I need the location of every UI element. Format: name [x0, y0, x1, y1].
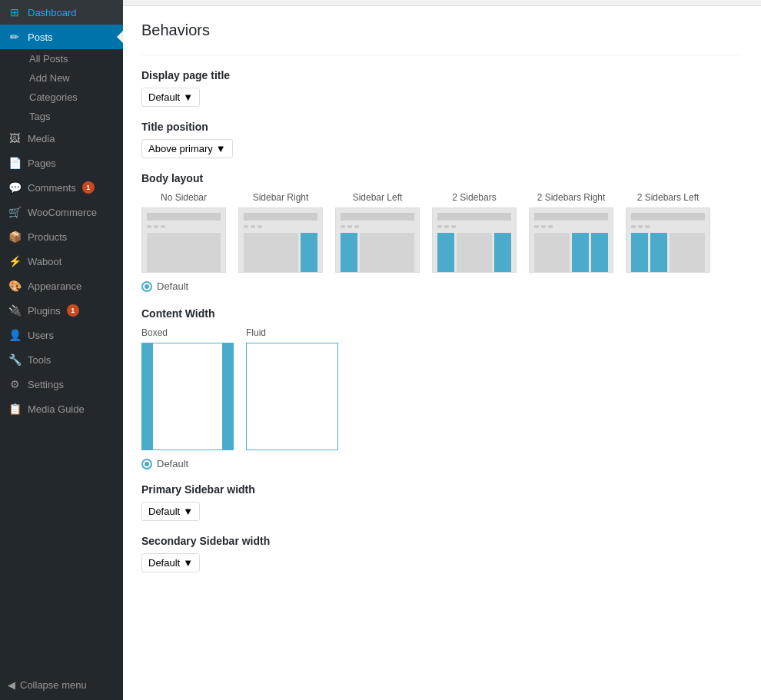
layout-option-2-sidebars[interactable]: 2 Sidebars	[432, 192, 517, 273]
layout-label-sidebar-left: Sidebar Left	[353, 192, 403, 203]
sub-item-add-new[interactable]: Add New	[8, 68, 123, 88]
body-layout-default-radio[interactable]: Default	[141, 280, 743, 292]
main-content: Behaviors Display page title Default ▼ T…	[123, 0, 761, 700]
content-block	[534, 233, 570, 273]
sidebar-item-media[interactable]: 🖼 Media	[0, 126, 123, 151]
sidebar-item-label: Posts	[28, 32, 53, 43]
thumb-dots	[626, 224, 709, 230]
sidebar-item-label: Products	[28, 231, 67, 243]
collapse-menu-button[interactable]: ◀ Collapse menu	[0, 670, 123, 700]
secondary-sidebar-width-arrow: ▼	[183, 557, 193, 569]
content-width-default-label: Default	[157, 458, 188, 469]
sidebar-item-settings[interactable]: ⚙ Settings	[0, 372, 123, 396]
sidebar-item-dashboard[interactable]: ⊞ Dashboard	[0, 0, 123, 25]
pages-icon: 📄	[8, 157, 22, 169]
sidebar-block-left	[437, 233, 454, 273]
sidebar-item-woocommerce[interactable]: 🛒 WooCommerce	[0, 200, 123, 224]
dot	[161, 225, 165, 228]
dot	[258, 225, 262, 228]
title-position-label: Title position	[141, 121, 743, 133]
content-block	[670, 233, 705, 273]
sidebar-block-right	[301, 233, 317, 273]
sidebar-block-1	[631, 233, 648, 273]
sidebar-item-label: Settings	[28, 379, 64, 390]
dashboard-icon: ⊞	[8, 6, 22, 18]
plugins-badge: 1	[67, 304, 79, 317]
comments-badge: 1	[82, 181, 95, 194]
sidebar-item-pages[interactable]: 📄 Pages	[0, 151, 123, 175]
sidebar-item-comments[interactable]: 💬 Comments 1	[0, 175, 123, 200]
users-icon: 👤	[8, 329, 22, 341]
dot	[645, 225, 650, 228]
title-position-select[interactable]: Above primary ▼	[141, 139, 233, 158]
thumb-header	[147, 213, 221, 221]
sidebar-block-right	[494, 233, 511, 273]
sub-item-all-posts[interactable]: All Posts	[8, 49, 123, 68]
content-width-label: Content Width	[141, 307, 743, 320]
sidebar-item-posts[interactable]: ✏ Posts	[0, 25, 123, 49]
content-width-options: Boxed Fluid	[141, 327, 743, 450]
sidebar-item-tools[interactable]: 🔧 Tools	[0, 347, 123, 372]
sidebar-item-appearance[interactable]: 🎨 Appearance	[0, 274, 123, 298]
sub-item-tags[interactable]: Tags	[8, 107, 123, 126]
sidebar-item-label: Pages	[28, 158, 56, 169]
comments-icon: 💬	[8, 181, 22, 194]
collapse-label: Collapse menu	[20, 679, 87, 691]
dot	[147, 225, 151, 228]
radio-button[interactable]	[141, 281, 152, 292]
layout-option-no-sidebar[interactable]: No Sidebar	[141, 192, 226, 273]
primary-sidebar-width-arrow: ▼	[183, 506, 193, 517]
layout-option-2-sidebars-left[interactable]: 2 Sidebars Left	[626, 192, 710, 273]
divider-1	[141, 55, 743, 55]
layout-thumb-sidebar-left[interactable]	[335, 207, 420, 273]
thumb-dots	[239, 224, 322, 230]
layout-thumb-sidebar-right[interactable]	[238, 207, 323, 273]
content-block	[147, 233, 221, 273]
width-thumb-boxed[interactable]	[141, 343, 234, 450]
layout-option-sidebar-right[interactable]: Sidebar Right	[238, 192, 323, 273]
width-thumb-fluid[interactable]	[246, 343, 338, 450]
thumb-body	[244, 233, 317, 273]
sidebar-block-2	[650, 233, 667, 273]
primary-sidebar-width-select[interactable]: Default ▼	[141, 502, 200, 521]
appearance-icon: 🎨	[8, 280, 22, 292]
width-option-fluid[interactable]: Fluid	[246, 327, 338, 450]
boxed-left-side	[142, 343, 153, 450]
sidebar-item-products[interactable]: 📦 Products	[0, 224, 123, 249]
thumb-body	[147, 233, 221, 273]
sidebar-item-media-guide[interactable]: 📋 Media Guide	[0, 396, 123, 421]
dot	[541, 225, 546, 228]
layout-option-2-sidebars-right[interactable]: 2 Sidebars Right	[529, 192, 613, 273]
sidebar-block-2	[591, 233, 608, 273]
thumb-header	[631, 213, 705, 221]
sub-item-categories[interactable]: Categories	[8, 88, 123, 107]
content-area: Behaviors Display page title Default ▼ T…	[123, 6, 761, 588]
width-option-boxed[interactable]: Boxed	[141, 327, 234, 450]
media-icon: 🖼	[8, 132, 22, 144]
sidebar-item-label: Appearance	[28, 280, 81, 292]
layout-thumb-no-sidebar[interactable]	[141, 207, 226, 273]
layout-label-2-sidebars: 2 Sidebars	[452, 192, 496, 203]
dot	[341, 225, 345, 228]
content-block	[244, 233, 298, 273]
display-page-title-select[interactable]: Default ▼	[141, 88, 200, 107]
layout-option-sidebar-left[interactable]: Sidebar Left	[335, 192, 420, 273]
width-label-boxed: Boxed	[141, 327, 168, 338]
layout-label-2-sidebars-left: 2 Sidebars Left	[637, 192, 700, 203]
layout-thumb-2-sidebars-right[interactable]	[529, 207, 613, 273]
thumb-dots	[336, 224, 419, 230]
sidebar-item-label: Waboot	[28, 256, 61, 267]
dot	[444, 225, 449, 228]
radio-button[interactable]	[141, 459, 152, 469]
sidebar-item-label: Plugins	[28, 305, 61, 317]
layout-thumb-2-sidebars-left[interactable]	[626, 207, 710, 273]
sidebar-item-users[interactable]: 👤 Users	[0, 323, 123, 347]
boxed-right-side	[222, 343, 233, 450]
layout-thumb-2-sidebars[interactable]	[432, 207, 517, 273]
sidebar-item-waboot[interactable]: ⚡ Waboot	[0, 249, 123, 274]
dot	[548, 225, 553, 228]
content-width-default-radio[interactable]: Default	[141, 458, 743, 469]
display-page-title-value: Default	[148, 91, 180, 103]
sidebar-item-plugins[interactable]: 🔌 Plugins 1	[0, 298, 123, 323]
secondary-sidebar-width-select[interactable]: Default ▼	[141, 553, 200, 572]
